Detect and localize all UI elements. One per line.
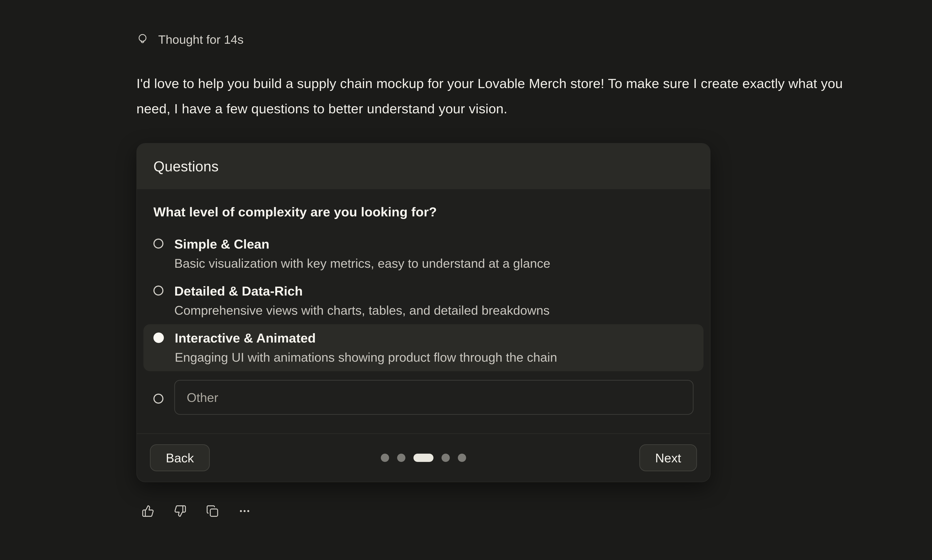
pagination xyxy=(381,454,466,462)
pagination-dot xyxy=(458,454,466,462)
assistant-message: I'd love to help you build a supply chai… xyxy=(136,71,846,122)
option-label: Detailed & Data-Rich xyxy=(174,283,550,300)
option-description: Comprehensive views with charts, tables,… xyxy=(174,302,550,318)
option-simple-clean[interactable]: Simple & Clean Basic visualization with … xyxy=(143,230,704,277)
option-label: Simple & Clean xyxy=(174,236,550,252)
radio-selected-icon[interactable] xyxy=(153,332,164,343)
thought-toggle[interactable]: Thought for 14s xyxy=(136,32,243,46)
questions-card: Questions What level of complexity are y… xyxy=(136,143,710,482)
option-label: Interactive & Animated xyxy=(175,330,557,346)
other-option-input[interactable] xyxy=(174,380,693,415)
radio-unselected-icon[interactable] xyxy=(153,394,163,404)
question-text: What level of complexity are you looking… xyxy=(153,205,693,219)
option-description: Basic visualization with key metrics, ea… xyxy=(174,255,550,272)
back-button[interactable]: Back xyxy=(150,444,210,471)
message-actions xyxy=(136,505,932,517)
more-options-icon xyxy=(238,505,251,517)
more-options-button[interactable] xyxy=(238,505,251,517)
pagination-dot xyxy=(397,454,405,462)
pagination-dot xyxy=(381,454,389,462)
next-button[interactable]: Next xyxy=(639,444,697,471)
options-list: Simple & Clean Basic visualization with … xyxy=(153,230,693,420)
thumbs-up-icon xyxy=(142,505,154,517)
card-footer: Back Next xyxy=(137,434,710,482)
option-interactive-animated[interactable]: Interactive & Animated Engaging UI with … xyxy=(143,324,704,371)
pagination-dot xyxy=(442,454,450,462)
thought-label: Thought for 14s xyxy=(158,32,243,46)
assistant-response: Thought for 14s I'd love to help you bui… xyxy=(0,0,932,517)
thumbs-down-button[interactable] xyxy=(174,505,186,517)
page-background: { "thought": { "label": "Thought for 14s… xyxy=(0,0,932,560)
option-description: Engaging UI with animations showing prod… xyxy=(175,349,557,366)
radio-unselected-icon[interactable] xyxy=(153,238,163,249)
radio-unselected-icon[interactable] xyxy=(153,286,163,295)
thumbs-up-button[interactable] xyxy=(142,505,154,517)
copy-icon xyxy=(206,505,219,517)
option-detailed-data-rich[interactable]: Detailed & Data-Rich Comprehensive views… xyxy=(143,277,704,324)
option-other[interactable] xyxy=(143,374,704,420)
card-title: Questions xyxy=(153,158,219,175)
lightbulb-icon xyxy=(136,32,149,46)
pagination-active-pill xyxy=(413,454,433,462)
thumbs-down-icon xyxy=(174,505,186,517)
card-header: Questions xyxy=(137,143,710,189)
copy-button[interactable] xyxy=(206,505,219,517)
card-body: What level of complexity are you looking… xyxy=(137,189,710,434)
